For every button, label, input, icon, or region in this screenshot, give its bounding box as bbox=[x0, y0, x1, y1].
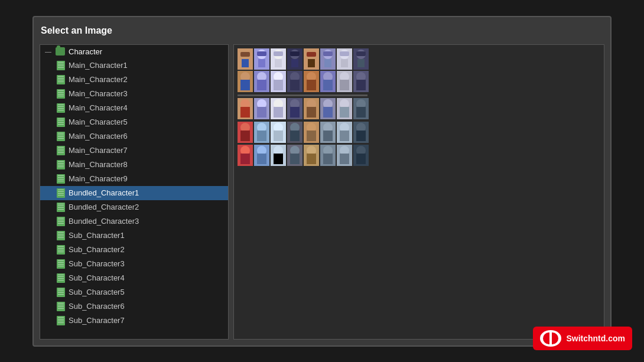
svg-rect-12 bbox=[275, 59, 282, 67]
tree-item-label: Sub_Character3 bbox=[69, 259, 125, 268]
folder-label: Character bbox=[69, 47, 102, 56]
svg-rect-28 bbox=[341, 59, 348, 67]
tree-item-label: Bundled_Character3 bbox=[69, 217, 139, 226]
svg-rect-41 bbox=[274, 80, 283, 90]
tree-item-main-character3[interactable]: Main_Character3 bbox=[40, 87, 228, 101]
character-folder[interactable]: — Character bbox=[40, 45, 228, 58]
tree-item-label: Sub_Character5 bbox=[69, 288, 125, 296]
svg-rect-8 bbox=[258, 59, 265, 67]
tree-item-main-character9[interactable]: Main_Character9 bbox=[40, 172, 228, 186]
file-icon bbox=[57, 103, 65, 113]
svg-rect-120 bbox=[307, 154, 316, 164]
tree-item-sub-character3[interactable]: Sub_Character3 bbox=[40, 257, 228, 271]
svg-rect-102 bbox=[340, 131, 349, 141]
sprite-sheet-preview bbox=[236, 47, 431, 189]
file-icon bbox=[57, 203, 65, 212]
tree-item-label: Main_Character8 bbox=[69, 160, 128, 169]
file-icon bbox=[57, 245, 65, 255]
svg-rect-96 bbox=[307, 131, 316, 141]
tree-item-sub-character4[interactable]: Sub_Character4 bbox=[40, 271, 228, 285]
tree-item-label: Bundled_Character1 bbox=[69, 188, 139, 197]
svg-rect-72 bbox=[307, 107, 316, 118]
tree-item-label: Sub_Character6 bbox=[69, 302, 125, 311]
svg-rect-35 bbox=[240, 80, 250, 90]
tree-item-sub-character7[interactable]: Sub_Character7 bbox=[40, 314, 228, 328]
svg-rect-32 bbox=[357, 59, 365, 67]
svg-rect-60 bbox=[240, 107, 250, 118]
file-icon bbox=[57, 316, 65, 325]
tree-item-bundled-character3[interactable]: Bundled_Character3 bbox=[40, 214, 228, 229]
tree-item-main-character2[interactable]: Main_Character2 bbox=[40, 73, 228, 87]
svg-rect-11 bbox=[274, 51, 283, 56]
svg-rect-15 bbox=[290, 51, 300, 56]
tree-item-label: Main_Character3 bbox=[69, 89, 128, 98]
watermark-text: Switchntd.com bbox=[566, 334, 625, 343]
svg-rect-57 bbox=[238, 94, 367, 96]
tree-item-label: Sub_Character4 bbox=[69, 273, 125, 282]
file-icon bbox=[57, 89, 65, 99]
svg-rect-53 bbox=[340, 80, 349, 90]
tree-item-sub-character2[interactable]: Sub_Character2 bbox=[40, 243, 228, 257]
svg-rect-111 bbox=[257, 154, 266, 164]
image-preview-panel bbox=[233, 44, 604, 340]
svg-rect-27 bbox=[340, 51, 349, 56]
tree-item-label: Main_Character9 bbox=[69, 174, 128, 183]
nintendo-logo bbox=[540, 330, 561, 347]
svg-rect-31 bbox=[356, 51, 366, 56]
svg-rect-19 bbox=[307, 52, 316, 57]
svg-rect-69 bbox=[290, 107, 300, 118]
tree-item-bundled-character1[interactable]: Bundled_Character1 bbox=[40, 186, 228, 200]
tree-item-label: Main_Character1 bbox=[69, 61, 128, 70]
svg-rect-78 bbox=[340, 107, 349, 118]
file-tree-panel[interactable]: — Character Main_Character1 Main_Charact… bbox=[40, 44, 229, 340]
file-icon bbox=[57, 132, 65, 141]
svg-rect-3 bbox=[240, 52, 250, 57]
svg-rect-132 bbox=[549, 332, 552, 344]
svg-rect-99 bbox=[323, 131, 333, 141]
file-icon bbox=[57, 302, 65, 311]
tree-item-sub-character5[interactable]: Sub_Character5 bbox=[40, 285, 228, 299]
tree-item-sub-character1[interactable]: Sub_Character1 bbox=[40, 229, 228, 243]
svg-rect-84 bbox=[240, 131, 250, 141]
svg-rect-108 bbox=[240, 154, 250, 164]
svg-rect-50 bbox=[323, 80, 333, 90]
tree-item-bundled-character2[interactable]: Bundled_Character2 bbox=[40, 200, 228, 214]
svg-rect-44 bbox=[290, 80, 300, 90]
svg-rect-93 bbox=[290, 131, 300, 141]
tree-item-main-character4[interactable]: Main_Character4 bbox=[40, 101, 228, 115]
tree-item-main-character8[interactable]: Main_Character8 bbox=[40, 158, 228, 172]
svg-rect-63 bbox=[257, 107, 266, 118]
watermark-badge: Switchntd.com bbox=[533, 327, 632, 350]
tree-item-label: Main_Character2 bbox=[69, 75, 128, 84]
file-icon bbox=[57, 160, 65, 169]
tree-item-label: Main_Character5 bbox=[69, 118, 128, 126]
svg-rect-123 bbox=[323, 154, 333, 164]
dialog-title: Select an Image bbox=[40, 23, 604, 38]
svg-rect-90 bbox=[274, 131, 283, 141]
svg-rect-56 bbox=[356, 80, 366, 90]
tree-item-label: Main_Character7 bbox=[69, 146, 128, 155]
svg-rect-87 bbox=[257, 131, 266, 141]
file-icon bbox=[57, 259, 65, 269]
tree-item-main-character7[interactable]: Main_Character7 bbox=[40, 144, 228, 158]
svg-rect-66 bbox=[274, 107, 283, 118]
tree-item-sub-character6[interactable]: Sub_Character6 bbox=[40, 299, 228, 314]
select-image-dialog: Select an Image — Character Main_Charact… bbox=[32, 16, 612, 347]
tree-item-label: Main_Character6 bbox=[69, 132, 128, 141]
file-icon bbox=[57, 118, 65, 127]
svg-rect-24 bbox=[324, 59, 331, 67]
svg-rect-126 bbox=[340, 154, 349, 164]
tree-item-label: Sub_Character2 bbox=[69, 245, 125, 254]
tree-item-main-character6[interactable]: Main_Character6 bbox=[40, 129, 228, 144]
svg-rect-7 bbox=[257, 51, 266, 56]
svg-rect-81 bbox=[356, 107, 366, 118]
file-icon bbox=[57, 231, 65, 240]
svg-rect-38 bbox=[257, 80, 266, 90]
tree-item-main-character5[interactable]: Main_Character5 bbox=[40, 115, 228, 129]
svg-rect-75 bbox=[323, 107, 333, 118]
file-icon bbox=[57, 188, 65, 198]
tree-item-main-character1[interactable]: Main_Character1 bbox=[40, 58, 228, 73]
folder-icon bbox=[56, 47, 65, 56]
tree-root: — Character Main_Character1 Main_Charact… bbox=[40, 45, 228, 328]
svg-rect-23 bbox=[323, 51, 333, 56]
